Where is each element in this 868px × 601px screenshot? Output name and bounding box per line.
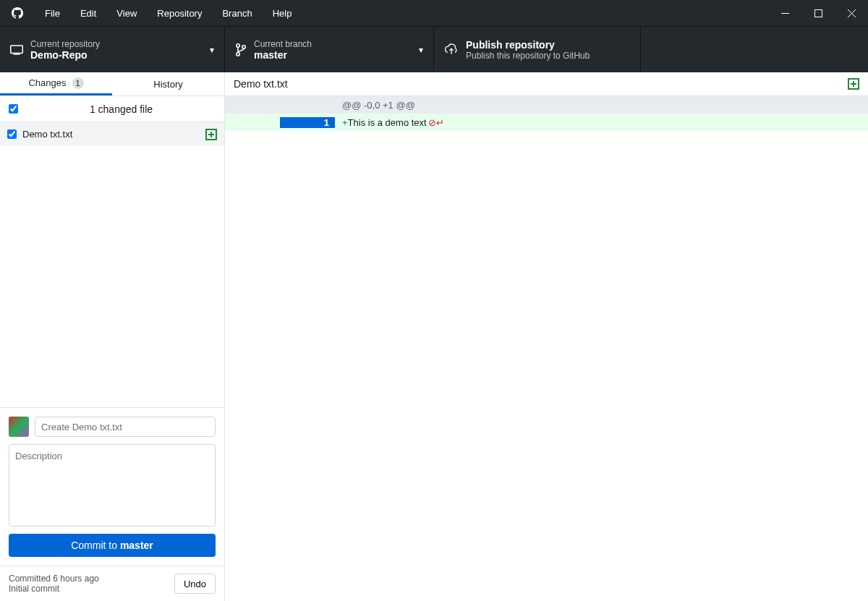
hunk-text: @@ -0,0 +1 @@ bbox=[335, 100, 415, 111]
menu-file[interactable]: File bbox=[35, 2, 70, 25]
menu-view[interactable]: View bbox=[106, 2, 147, 25]
commit-button-prefix: Commit to bbox=[71, 540, 120, 551]
publish-sub: Publish this repository to GitHub bbox=[466, 51, 630, 61]
last-commit-time: Committed 6 hours ago bbox=[9, 574, 99, 584]
tab-changes-label: Changes bbox=[28, 77, 66, 88]
cloud-upload-icon bbox=[444, 43, 459, 56]
repo-name: Demo-Repo bbox=[30, 49, 203, 61]
github-logo-icon bbox=[12, 7, 23, 19]
last-commit-message: Initial commit bbox=[9, 584, 99, 594]
menu-repository[interactable]: Repository bbox=[147, 2, 212, 25]
changed-files-label: 1 changed file bbox=[27, 103, 216, 115]
menu-bar: File Edit View Repository Branch Help bbox=[0, 0, 868, 26]
menu-help[interactable]: Help bbox=[263, 2, 302, 25]
branch-selector[interactable]: Current branch master ▾ bbox=[225, 27, 434, 72]
file-added-icon bbox=[205, 129, 217, 140]
desktop-icon bbox=[10, 45, 23, 55]
file-added-icon bbox=[848, 78, 859, 90]
file-checkbox[interactable] bbox=[7, 129, 17, 139]
diff-pane: Demo txt.txt @@ -0,0 +1 @@ 1 +This is a … bbox=[225, 72, 868, 601]
branch-sub-label: Current branch bbox=[254, 39, 412, 49]
no-newline-icon: ⊘↵ bbox=[428, 117, 444, 128]
tab-history-label: History bbox=[153, 79, 182, 90]
diff-sigil: + bbox=[342, 117, 348, 128]
avatar bbox=[9, 417, 29, 437]
commit-button-branch: master bbox=[120, 540, 153, 551]
main-toolbar: Current repository Demo-Repo ▾ Current b… bbox=[0, 26, 868, 72]
diff-hunk-header: @@ -0,0 +1 @@ bbox=[225, 96, 868, 114]
publish-button[interactable]: Publish repository Publish this reposito… bbox=[434, 27, 641, 72]
chevron-down-icon: ▾ bbox=[210, 45, 214, 55]
diff-filename: Demo txt.txt bbox=[234, 78, 288, 90]
file-row[interactable]: Demo txt.txt bbox=[0, 122, 224, 146]
window-maximize-button[interactable] bbox=[801, 0, 835, 26]
menu-edit[interactable]: Edit bbox=[70, 2, 106, 25]
repo-sub-label: Current repository bbox=[30, 39, 203, 49]
commit-description-input[interactable] bbox=[9, 444, 216, 527]
svg-point-7 bbox=[237, 52, 239, 55]
sidebar: Changes 1 History 1 changed file Demo tx… bbox=[0, 72, 225, 601]
publish-title: Publish repository bbox=[466, 39, 630, 51]
svg-point-6 bbox=[237, 43, 239, 46]
tab-changes[interactable]: Changes 1 bbox=[0, 72, 112, 95]
repository-selector[interactable]: Current repository Demo-Repo ▾ bbox=[0, 27, 225, 72]
changes-count-badge: 1 bbox=[72, 77, 84, 89]
last-commit-row: Committed 6 hours ago Initial commit Und… bbox=[0, 566, 224, 601]
commit-button[interactable]: Commit to master bbox=[9, 534, 216, 557]
chevron-down-icon: ▾ bbox=[419, 45, 423, 55]
commit-summary-input[interactable] bbox=[35, 417, 216, 437]
file-name: Demo txt.txt bbox=[22, 129, 200, 140]
svg-rect-1 bbox=[814, 9, 822, 17]
undo-button[interactable]: Undo bbox=[174, 574, 216, 594]
branch-icon bbox=[235, 43, 247, 57]
window-close-button[interactable] bbox=[835, 0, 868, 26]
menu-branch[interactable]: Branch bbox=[212, 2, 262, 25]
tab-history[interactable]: History bbox=[112, 72, 224, 95]
line-number: 1 bbox=[280, 117, 335, 128]
branch-name: master bbox=[254, 49, 412, 61]
commit-form: Commit to master bbox=[0, 407, 224, 566]
select-all-checkbox[interactable] bbox=[9, 104, 18, 114]
diff-line-text: This is a demo text bbox=[348, 117, 427, 128]
diff-line-added[interactable]: 1 +This is a demo text⊘↵ bbox=[225, 114, 868, 131]
window-minimize-button[interactable] bbox=[768, 0, 801, 26]
svg-rect-4 bbox=[11, 46, 23, 54]
svg-point-8 bbox=[242, 45, 245, 48]
